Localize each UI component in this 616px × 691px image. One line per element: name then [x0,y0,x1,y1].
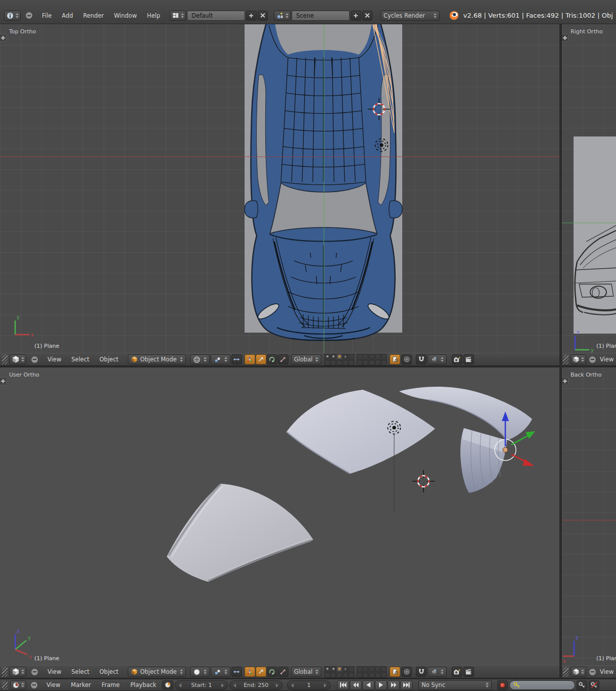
menu-view[interactable]: View [599,356,614,363]
manipulator-x-arrow[interactable] [511,454,527,462]
editor-type-selector-info[interactable] [4,11,21,21]
menu-view[interactable]: View [599,668,614,675]
previous-keyframe-button[interactable] [350,680,362,690]
transform-orientation-dropdown[interactable]: Global [291,667,322,677]
keying-set-field[interactable] [509,680,575,690]
area-corner-widget[interactable] [2,354,8,364]
layer-toggle[interactable] [349,354,354,359]
layer-toggle[interactable] [337,666,342,672]
jump-to-end-button[interactable] [400,680,412,690]
menu-file[interactable]: File [37,12,56,19]
preview-range-button[interactable] [162,680,173,689]
pivot-point-dropdown[interactable] [211,667,230,677]
menu-add[interactable]: Add [57,12,77,19]
current-frame-field[interactable]: 1 [287,680,330,690]
layer-toggle[interactable] [381,666,387,672]
region-expand-tab[interactable] [562,34,568,42]
translate-manipulator-button[interactable] [256,667,266,677]
manipulator-axes-button[interactable] [245,667,255,677]
layer-toggle[interactable] [324,666,330,672]
increment-arrow-icon[interactable] [324,683,326,687]
decrement-arrow-icon[interactable] [233,683,236,687]
area-corner-widget[interactable] [563,354,568,364]
area-corner-widget[interactable] [2,667,8,677]
layer-toggle[interactable] [330,672,336,678]
translate-manipulator-button[interactable] [256,354,266,364]
layer-toggle[interactable] [343,672,348,678]
delete-keyframe-button[interactable] [589,680,599,690]
layer-toggle[interactable] [369,666,374,672]
manipulator-toggle-button[interactable] [231,354,242,364]
area-corner-widget[interactable] [563,667,568,677]
3d-cursor[interactable] [412,470,435,492]
menu-view[interactable]: View [43,668,66,675]
menu-frame[interactable]: Frame [97,681,124,688]
snap-toggle-button[interactable] [416,667,427,677]
proportional-edit-button[interactable] [401,354,412,364]
editor-type-selector-3dview[interactable] [10,354,26,364]
layers-widget[interactable] [324,354,387,365]
manipulator-axes-button[interactable] [245,354,255,364]
viewport-shading-dropdown[interactable] [190,667,210,677]
layer-toggle[interactable] [375,666,381,672]
menu-marker[interactable]: Marker [66,681,96,688]
layer-toggle[interactable] [357,672,362,678]
layer-toggle[interactable] [330,666,336,672]
collapse-menus-icon[interactable] [26,12,32,19]
layer-toggle[interactable] [343,360,348,365]
lock-to-scene-button[interactable] [390,667,400,677]
rotate-manipulator-button[interactable] [267,667,277,677]
play-reverse-button[interactable] [362,680,374,690]
jump-to-start-button[interactable] [337,680,349,690]
collapse-menus-icon[interactable] [31,682,37,688]
layer-toggle[interactable] [381,360,387,365]
lock-to-scene-button[interactable] [390,354,400,364]
area-corner-widget[interactable] [2,681,8,689]
auto-keyframe-button[interactable] [497,680,508,690]
snap-toggle-button[interactable] [416,354,427,364]
increment-arrow-icon[interactable] [276,683,278,687]
editor-type-selector-3dview[interactable] [571,667,586,677]
manipulator-toggle-button[interactable] [231,667,242,677]
sync-mode-dropdown[interactable]: No Sync [418,680,492,690]
menu-select[interactable]: Select [67,356,93,363]
roof-panel-mesh[interactable] [287,390,435,474]
play-button[interactable] [375,680,387,690]
layer-toggle[interactable] [349,360,354,365]
layer-toggle[interactable] [369,672,374,678]
menu-render[interactable]: Render [79,12,109,19]
layer-toggle[interactable] [343,354,348,359]
layer-toggle[interactable] [369,354,374,359]
layer-toggle[interactable] [337,360,342,365]
layer-toggle[interactable] [357,666,362,672]
layer-toggle[interactable] [363,360,368,365]
menu-view[interactable]: View [42,681,65,688]
layer-toggle[interactable] [381,354,387,359]
mode-dropdown[interactable]: Object Mode [128,354,185,364]
menu-playback[interactable]: Playback [126,681,161,688]
scale-manipulator-button[interactable] [278,667,289,677]
viewport-back-ortho[interactable]: z x Back Ortho (1) Plane [562,367,616,665]
region-expand-tab[interactable] [562,377,568,385]
layer-toggle[interactable] [375,360,381,365]
layer-toggle[interactable] [324,672,330,678]
layer-toggle[interactable] [337,672,342,678]
menu-help[interactable]: Help [143,12,165,19]
add-scene-button[interactable] [351,11,361,21]
layer-toggle[interactable] [349,666,354,672]
layer-toggle[interactable] [337,354,342,359]
scene-selector[interactable] [274,11,291,21]
screen-layout-selector[interactable] [170,11,186,21]
region-expand-tab[interactable] [0,34,7,42]
opengl-render-button[interactable] [452,354,462,364]
mode-dropdown[interactable]: Object Mode [128,667,185,677]
add-layout-button[interactable] [246,11,256,21]
insert-keyframe-button[interactable] [577,680,587,690]
viewport-top-ortho[interactable]: y x Top Ortho (1) Plane [0,24,559,353]
menu-object[interactable]: Object [95,356,123,363]
layer-toggle[interactable] [349,672,354,678]
editor-type-selector-timeline[interactable] [10,680,26,689]
scene-name-field[interactable]: Scene [292,11,350,21]
start-frame-field[interactable]: Start: 1 [175,680,228,690]
menu-view[interactable]: View [43,356,66,363]
